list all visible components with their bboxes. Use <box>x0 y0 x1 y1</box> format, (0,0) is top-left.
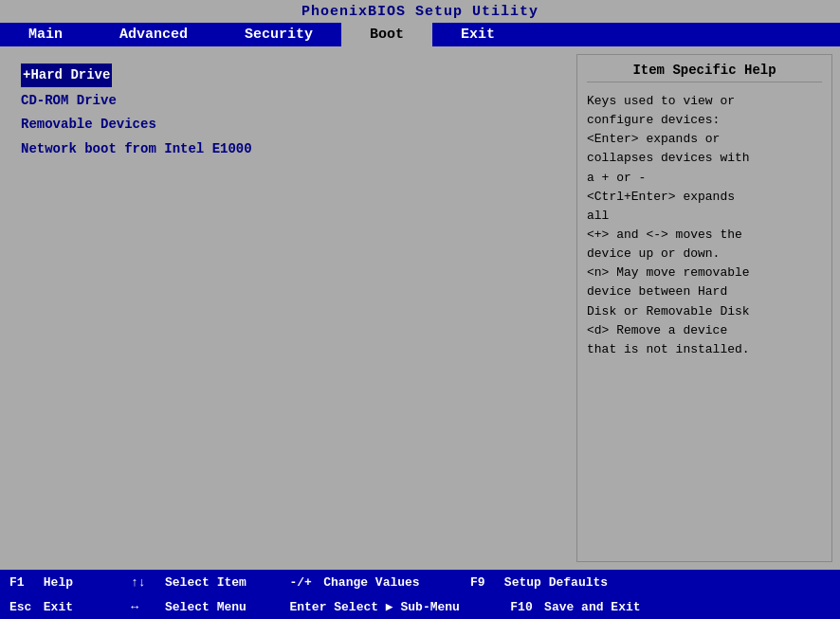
key-plusminus: -/+ <box>289 575 316 590</box>
bottom-row-container: F1 Help ↑↓ Select Item -/+ Change Values… <box>0 570 840 619</box>
key-updown: ↑↓ <box>131 575 157 590</box>
right-panel: Item Specific Help Keys used to view or … <box>576 54 832 562</box>
title-bar: PhoenixBIOS Setup Utility <box>0 0 840 23</box>
menu-item-boot[interactable]: Boot <box>341 23 432 46</box>
key-enter: Enter <box>289 600 326 614</box>
desc-setup-defaults: Setup Defaults <box>497 575 608 590</box>
desc-help: Help <box>36 575 102 590</box>
key-f1: F1 <box>9 575 36 590</box>
key-esc: Esc <box>9 600 36 614</box>
key-f9: F9 <box>470 575 497 590</box>
bios-title: PhoenixBIOS Setup Utility <box>301 4 539 20</box>
desc-change-values: Change Values <box>316 575 442 590</box>
key-leftright: ↔ <box>131 600 157 614</box>
boot-item-cdrom[interactable]: CD-ROM Drive <box>21 89 556 113</box>
boot-item-removable[interactable]: Removable Devices <box>21 113 556 137</box>
bios-screen: PhoenixBIOS Setup Utility Main Advanced … <box>0 0 840 619</box>
desc-select-item: Select Item <box>157 575 261 590</box>
menu-item-advanced[interactable]: Advanced <box>91 23 216 46</box>
bottom-row-2: Esc Exit ↔ Select Menu Enter Select ▶ Su… <box>0 594 840 619</box>
desc-exit: Exit <box>36 600 102 614</box>
menu-item-security[interactable]: Security <box>216 23 341 46</box>
desc-select-menu: Select Menu <box>157 600 261 614</box>
menu-item-exit[interactable]: Exit <box>432 23 523 46</box>
bottom-bar: F1 Help ↑↓ Select Item -/+ Change Values… <box>0 570 840 619</box>
menu-bar[interactable]: Main Advanced Security Boot Exit <box>0 23 840 46</box>
bottom-row-1: F1 Help ↑↓ Select Item -/+ Change Values… <box>0 570 840 594</box>
left-panel: +Hard Drive CD-ROM Drive Removable Devic… <box>8 54 569 562</box>
boot-item-network[interactable]: Network boot from Intel E1000 <box>21 137 556 161</box>
help-title: Item Specific Help <box>587 63 822 82</box>
key-f10: F10 <box>510 600 537 614</box>
desc-select-submenu: Select ▶ Sub-Menu <box>326 599 482 614</box>
menu-item-main[interactable]: Main <box>0 23 91 46</box>
help-text: Keys used to view or configure devices: … <box>587 92 822 359</box>
desc-save-exit: Save and Exit <box>537 600 640 614</box>
main-content: +Hard Drive CD-ROM Drive Removable Devic… <box>0 46 840 570</box>
boot-item-harddrive[interactable]: +Hard Drive <box>21 64 556 87</box>
